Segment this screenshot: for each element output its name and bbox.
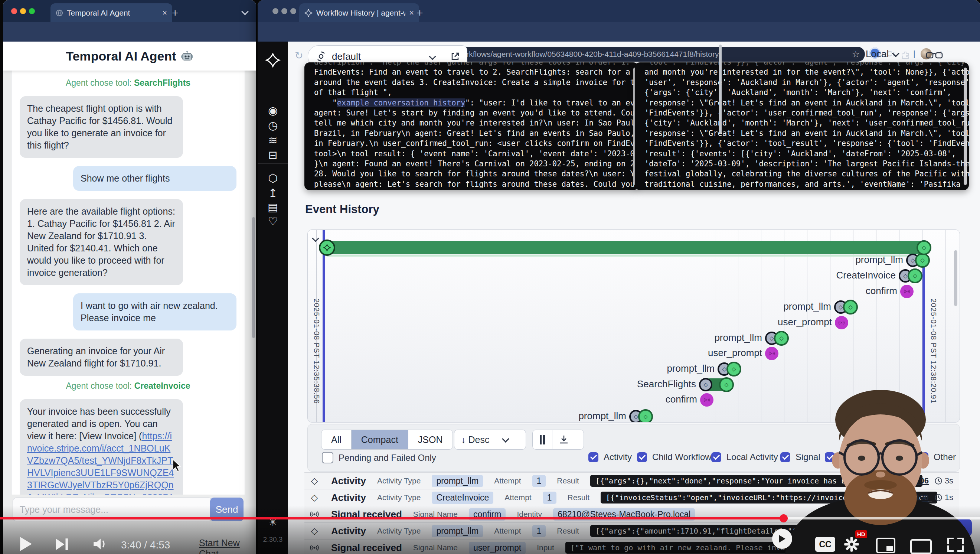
temporal-logo-icon[interactable]	[258, 53, 288, 68]
timezone-selector[interactable]: Local	[851, 48, 898, 60]
payload-panel-right[interactable]: 'tool': 'FindEvents'}}, {'actor': 'agent…	[635, 62, 969, 190]
extensions-puzzle-icon[interactable]	[900, 51, 910, 59]
view-option-compact[interactable]: Compact	[352, 430, 408, 449]
sidebar-item-nexus[interactable]: ⬡	[258, 172, 288, 185]
view-segmented-control[interactable]: AllCompactJSON	[321, 430, 453, 450]
view-option-all[interactable]: All	[321, 430, 352, 449]
timeline-event-label: prompt_llm	[578, 410, 626, 422]
code-scrollbar[interactable]	[964, 68, 967, 185]
reader-glasses-icon[interactable]	[926, 50, 943, 61]
tab-title: Workflow History | agent-wor	[316, 8, 406, 18]
robot-emoji-icon	[181, 51, 193, 62]
sidebar-item-workflows[interactable]: ◉	[258, 104, 288, 117]
tab-temporal-ai-agent[interactable]: Temporal AI Agent ×	[51, 3, 172, 22]
minimize-window-button[interactable]	[282, 8, 287, 14]
left-tabbar: Temporal AI Agent × +	[3, 0, 256, 22]
activity-completed-marker[interactable]: ◇	[908, 269, 923, 283]
workflow-end-marker[interactable]: ◇	[916, 240, 931, 255]
code-line: {'args': {'city': 'Auckland', 'month': '…	[644, 88, 969, 98]
miniplayer-button[interactable]	[876, 538, 896, 553]
code-line: please\n agent: Let's search for flights…	[314, 179, 638, 189]
video-progress-remaining[interactable]	[786, 517, 980, 519]
sidebar-item-batch[interactable]: ⊟	[258, 148, 288, 162]
captions-button[interactable]: CC	[815, 537, 835, 552]
autoplay-toggle[interactable]	[772, 529, 792, 549]
activity-completed-marker[interactable]: ◇	[719, 377, 734, 392]
tool-caption: Agent chose tool: CreateInvoice	[20, 381, 237, 391]
volume-button[interactable]	[93, 538, 108, 550]
signal-event-marker[interactable]	[900, 285, 913, 298]
agent-message-bubble: Generating an invoice for your Air New Z…	[20, 339, 183, 376]
new-tab-button[interactable]: +	[417, 7, 423, 19]
payload-panel-left[interactable]: description": "Help the user gather args…	[304, 62, 638, 190]
checkbox-icon[interactable]	[711, 452, 721, 462]
sidebar-item-schedules[interactable]: ◷	[258, 119, 288, 132]
close-window-button[interactable]	[272, 8, 278, 14]
pause-button[interactable]	[533, 430, 552, 449]
tab-close-icon[interactable]: ×	[409, 8, 414, 18]
chat-app-header: Temporal AI Agent	[3, 41, 256, 70]
activity-completed-marker[interactable]: ◇	[638, 409, 653, 423]
field-value-chip: 1	[543, 492, 557, 504]
sidebar-item-feedback[interactable]: ♡	[258, 215, 288, 228]
collapse-timeline-chevron-icon[interactable]	[312, 235, 319, 242]
code-line: 'dateTo': '2025-03-09', 'description': '…	[644, 159, 969, 169]
signal-event-marker[interactable]	[700, 393, 713, 407]
checkbox-icon[interactable]	[589, 452, 598, 462]
type-filter-local-activity[interactable]: Local Activity	[711, 452, 778, 462]
zoom-window-button[interactable]	[290, 8, 296, 14]
page-scrollbar[interactable]	[719, 45, 722, 134]
type-filter-activity[interactable]: Activity	[589, 452, 632, 462]
workflow-start-marker[interactable]	[319, 239, 335, 256]
field-label: Result	[568, 493, 590, 502]
type-filter-child-workflow[interactable]: Child Workflow	[637, 452, 712, 462]
theater-mode-button[interactable]	[910, 539, 932, 554]
view-option-json[interactable]: JSON	[408, 430, 452, 449]
fullscreen-button[interactable]	[947, 538, 964, 552]
agent-message-bubble: The cheapest flight option is with Catha…	[20, 96, 183, 158]
video-playhead[interactable]	[780, 514, 788, 522]
reload-button[interactable]: ↻	[295, 50, 303, 62]
zoom-window-button[interactable]	[29, 8, 35, 14]
pending-failed-checkbox[interactable]: Pending and Failed Only	[322, 452, 436, 463]
check-mark	[638, 453, 645, 460]
video-progress-played[interactable]	[0, 517, 782, 519]
tab-workflow-history[interactable]: Workflow History | agent-wor ×	[299, 3, 419, 22]
new-tab-button[interactable]: +	[172, 7, 178, 19]
timeline-event-label: user_prompt	[778, 316, 832, 328]
check-mark	[590, 453, 597, 460]
sidebar-item-docs[interactable]: ▤	[258, 201, 288, 213]
activity-completed-marker[interactable]: ◇	[727, 361, 741, 377]
activity-completed-marker[interactable]: ◇	[843, 300, 858, 315]
minimize-window-button[interactable]	[20, 8, 26, 14]
toolbar-divider: |	[913, 49, 915, 59]
signal-event-marker[interactable]	[835, 316, 848, 330]
sort-desc-label[interactable]: ↓ Desc	[454, 430, 496, 449]
play-button[interactable]	[19, 536, 33, 552]
download-button[interactable]	[552, 430, 575, 449]
invoice-link[interactable]: https://invoice.stripe.com/i/acct_1NBOLu…	[27, 431, 174, 495]
sidebar-item-import[interactable]: ↥	[258, 186, 288, 199]
activity-scheduled-marker[interactable]: ◇	[699, 378, 712, 392]
checkbox-icon[interactable]	[637, 452, 647, 462]
tab-search-chevron-icon[interactable]	[241, 8, 249, 15]
sidebar-item-deployments[interactable]: ≋	[258, 134, 288, 146]
workflow-execution-bar[interactable]	[327, 241, 925, 254]
timeline-event-label: prompt_llm	[855, 254, 903, 266]
code-line: 'result': {'events': [{'city': 'Auckland…	[644, 149, 969, 159]
next-button[interactable]	[55, 538, 69, 551]
sort-order-button[interactable]: ↓ Desc	[454, 430, 526, 450]
signal-event-marker[interactable]	[765, 347, 778, 360]
event-type-title: Activity	[331, 492, 366, 503]
pause-download-buttons[interactable]	[532, 430, 584, 450]
code-line: of that flight ",	[314, 88, 638, 98]
sort-chevron-icon[interactable]	[496, 430, 515, 449]
activity-completed-marker[interactable]: ◇	[774, 331, 789, 346]
chat-scrollbar[interactable]	[252, 217, 255, 338]
settings-gear-icon[interactable]	[843, 536, 860, 552]
close-window-button[interactable]	[11, 8, 17, 14]
code-line: festival globally, celebrating the diver…	[644, 169, 969, 179]
timeline-scrollbar[interactable]	[954, 250, 957, 306]
activity-completed-marker[interactable]: ◇	[915, 253, 930, 268]
tab-close-icon[interactable]: ×	[162, 8, 167, 18]
